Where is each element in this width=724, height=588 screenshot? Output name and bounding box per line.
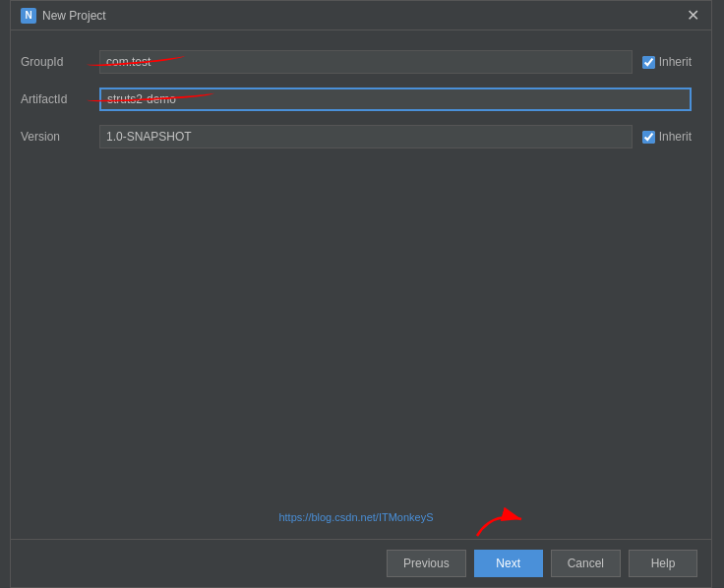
version-input[interactable]	[99, 125, 633, 148]
arrow-indicator	[472, 501, 531, 541]
help-button[interactable]: Help	[629, 550, 697, 577]
groupid-inherit-wrap: Inherit	[642, 55, 692, 69]
groupid-label: GroupId	[21, 55, 99, 69]
empty-area	[21, 162, 692, 505]
version-inherit-checkbox[interactable]	[642, 131, 655, 144]
groupid-input-wrapper: Inherit	[99, 50, 692, 74]
button-bar: Previous Next Cancel Help	[11, 539, 711, 587]
version-inherit-wrap: Inherit	[642, 130, 692, 144]
groupid-inherit-label: Inherit	[659, 55, 692, 69]
previous-button[interactable]: Previous	[387, 550, 466, 577]
content-area: GroupId Inherit ArtifactId Version	[11, 30, 711, 539]
version-input-wrapper: Inherit	[99, 125, 692, 148]
new-project-dialog: N New Project ✕ GroupId Inherit	[10, 0, 712, 588]
cancel-button[interactable]: Cancel	[551, 550, 621, 577]
version-label: Version	[21, 130, 99, 144]
version-inherit-label: Inherit	[659, 130, 692, 144]
dialog-title: New Project	[42, 9, 106, 23]
next-button[interactable]: Next	[474, 550, 543, 577]
close-button[interactable]: ✕	[685, 8, 701, 24]
dialog-wrapper: N New Project ✕ GroupId Inherit	[0, 0, 724, 588]
groupid-inherit-checkbox[interactable]	[642, 56, 655, 69]
dialog-icon: N	[21, 8, 36, 24]
version-row: Version Inherit	[21, 125, 692, 148]
title-bar-left: N New Project	[21, 8, 106, 24]
title-bar: N New Project ✕	[11, 1, 711, 30]
footer-url: https://blog.csdn.net/ITMonkeyS	[21, 505, 692, 529]
